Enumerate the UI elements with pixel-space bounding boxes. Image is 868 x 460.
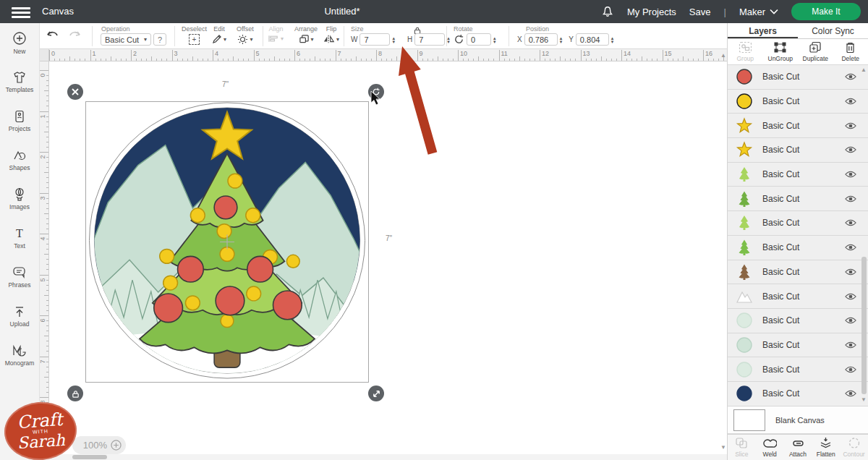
ungroup-button[interactable]: UnGroup [763,39,799,64]
layer-row[interactable]: Basic Cut [728,65,868,90]
operation-help-button[interactable]: ? [153,33,166,46]
attach-button[interactable]: Attach [784,435,812,460]
eye-icon[interactable] [845,268,856,276]
eye-icon[interactable] [845,122,856,129]
layer-label: Basic Cut [762,72,845,82]
layer-row[interactable]: Basic Cut [728,163,868,187]
blank-canvas-swatch[interactable] [733,409,765,431]
eye-icon[interactable] [845,73,856,80]
sidebar-item-templates[interactable]: Templates [0,62,39,101]
eye-icon[interactable] [845,171,856,178]
eye-icon[interactable] [845,219,856,226]
layer-row[interactable]: Basic Cut [728,284,868,309]
delete-button[interactable]: Delete [833,39,868,64]
sidebar-item-shapes[interactable]: Shapes [0,140,39,179]
width-stepper[interactable]: ▴▾ [392,36,395,43]
offset-button[interactable]: Offset ▾ [237,25,254,45]
eye-icon[interactable] [845,366,856,373]
canvas-area[interactable]: 012345678910111213141516 0123456789 ▲ ▼ [40,49,727,460]
sidebar-item-monogram[interactable]: Monogram [0,336,39,375]
flip-button[interactable]: Flip ▾ [323,25,339,44]
monogram-icon [12,344,27,357]
make-it-button[interactable]: Make It [791,3,861,20]
sidebar-item-phrases[interactable]: Phrases [0,257,39,297]
deselect-button[interactable]: Deselect + [182,25,207,45]
save-link[interactable]: Save [689,7,711,17]
layer-row[interactable]: Basic Cut [728,90,868,114]
redo-button[interactable] [67,30,82,43]
position-x-input[interactable]: 0.786 [524,33,558,46]
rotate-stepper[interactable]: ▴▾ [493,36,496,43]
layer-row[interactable]: Basic Cut [728,357,868,382]
eye-icon[interactable] [845,341,856,349]
operation-dropdown[interactable]: Basic Cut ▾ [101,33,151,46]
layer-row[interactable]: Basic Cut [728,236,868,260]
tab-color-sync[interactable]: Color Sync [798,23,868,38]
sidebar-item-text[interactable]: T Text [0,218,39,257]
layer-row[interactable]: Basic Cut [728,333,868,358]
sidebar-item-upload[interactable]: Upload [0,297,39,336]
shapes-icon [12,149,27,162]
undo-button[interactable] [46,30,60,43]
arrange-button[interactable]: Arrange ▾ [294,25,318,44]
canvas-artwork[interactable] [86,102,368,382]
v-ruler-number: 4 [40,237,46,240]
canvas-scroll-down-icon[interactable]: ▼ [720,444,726,451]
layer-row[interactable]: Basic Cut [728,382,868,406]
layer-row[interactable]: Basic Cut [728,187,868,211]
layers-scroll-down-icon[interactable]: ▼ [861,396,867,403]
sidebar-item-projects[interactable]: Projects [0,101,39,140]
horizontal-scrollbar[interactable] [40,454,727,460]
eye-icon[interactable] [845,244,856,251]
lock-handle[interactable] [67,386,83,401]
machine-select[interactable]: Maker [739,7,778,17]
layer-row[interactable]: Basic Cut [728,260,868,285]
position-y-stepper[interactable]: ▴▾ [611,36,614,43]
height-stepper[interactable]: ▴▾ [447,36,450,43]
selection-bounding-box[interactable] [85,101,369,383]
position-x-stepper[interactable]: ▴▾ [560,36,563,43]
sidebar-item-images[interactable]: Images [0,179,39,218]
rotate-input[interactable]: 0 [467,33,491,46]
width-input[interactable]: 7 [359,33,390,46]
edit-button[interactable]: Edit ▾ [212,25,226,44]
layer-row[interactable]: Basic Cut [728,138,868,163]
action-label: Duplicate [803,55,828,62]
eye-icon[interactable] [845,98,856,105]
layer-row[interactable]: Basic Cut [728,114,868,138]
eye-icon[interactable] [845,195,856,203]
bell-icon[interactable] [601,5,614,18]
position-label: Position [526,25,549,33]
height-input[interactable]: 7 [414,33,445,46]
edit-toolbar: Operation Basic Cut ▾ ? Deselect + Edit … [40,23,727,49]
flatten-button[interactable]: Flatten [812,435,840,460]
scrollbar-thumb[interactable] [72,455,107,459]
eye-icon[interactable] [845,390,856,397]
canvas-scroll-up-icon[interactable]: ▲ [720,52,726,59]
sidebar-item-new[interactable]: New [0,23,39,62]
eye-icon[interactable] [845,146,856,153]
layer-label: Basic Cut [762,169,845,179]
duplicate-button[interactable]: Duplicate [798,39,833,64]
tab-layers[interactable]: Layers [728,23,798,38]
layer-row[interactable]: Basic Cut [728,309,868,333]
menu-icon[interactable] [12,5,30,18]
layer-row[interactable]: Basic Cut [728,211,868,236]
scrollbar-thumb[interactable] [861,257,867,394]
weld-icon [763,437,777,449]
position-y-input[interactable]: 0.804 [576,33,609,46]
my-projects-link[interactable]: My Projects [627,7,676,17]
h-ruler-number: 0 [51,50,55,57]
delete-handle[interactable] [67,84,83,100]
eye-icon[interactable] [845,317,856,324]
eye-icon[interactable] [845,293,856,300]
zoom-in-icon[interactable] [111,440,122,451]
layers-scroll-up-icon[interactable]: ▲ [861,67,867,73]
layers-scrollbar[interactable]: ▲ ▼ [861,65,867,406]
resize-handle[interactable] [368,386,384,401]
weld-button[interactable]: Weld [756,435,784,460]
zoom-control[interactable]: 100% [72,436,126,454]
svg-text:T: T [16,227,23,239]
projects-icon [14,110,25,123]
blank-canvas-row[interactable]: Blank Canvas [728,406,868,434]
